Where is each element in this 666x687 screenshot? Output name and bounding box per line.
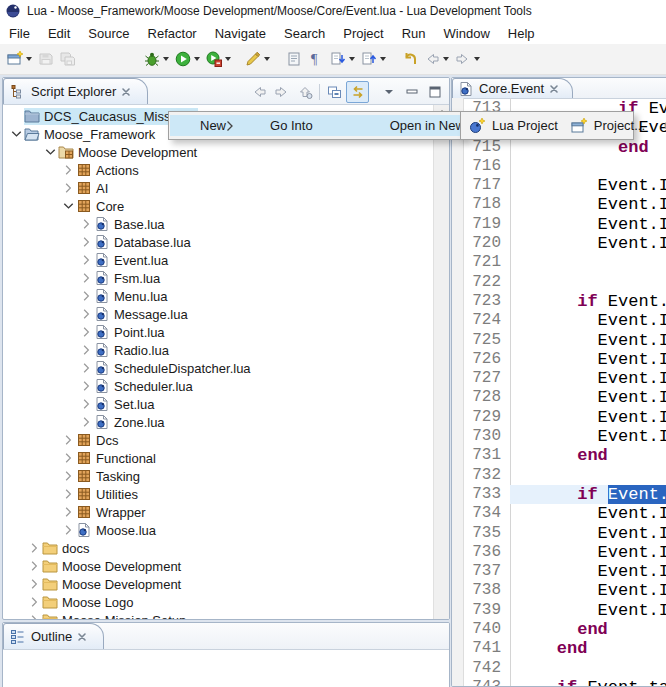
tree-expander-collapsed-icon[interactable] <box>79 396 94 412</box>
tree-item-dcs[interactable]: Dcs <box>3 431 449 449</box>
tree-expander-collapsed-icon[interactable] <box>61 162 76 178</box>
tree-item-moose-development[interactable]: Moose Development <box>3 557 449 575</box>
tree-expander-expanded-icon[interactable] <box>43 144 58 160</box>
menubar-search[interactable]: Search <box>275 24 334 43</box>
tree-item-ai[interactable]: AI <box>3 179 449 197</box>
tree-item-set-lua[interactable]: Set.lua <box>3 395 449 413</box>
line-number[interactable]: 736 <box>464 543 510 562</box>
menubar-window[interactable]: Window <box>435 24 499 43</box>
line-number[interactable]: 735 <box>464 524 510 543</box>
tree-item-event-lua[interactable]: Event.lua <box>3 251 449 269</box>
tree-expander-collapsed-icon[interactable] <box>79 216 94 232</box>
close-icon[interactable] <box>549 84 559 94</box>
tree-expander-collapsed-icon[interactable] <box>27 558 42 574</box>
dropdown-arrow-icon[interactable] <box>349 57 355 61</box>
line-number[interactable]: 721 <box>464 253 510 272</box>
line-number[interactable]: 730 <box>464 427 510 446</box>
tree-expander-collapsed-icon[interactable] <box>79 360 94 376</box>
run-button[interactable] <box>172 47 203 71</box>
last-edit-location-button[interactable] <box>399 47 421 71</box>
line-number[interactable]: 723 <box>464 292 510 311</box>
tree-expander-collapsed-icon[interactable] <box>27 594 42 610</box>
line-number[interactable]: 738 <box>464 581 510 600</box>
line-number[interactable]: 742 <box>464 659 510 678</box>
tree-expander-expanded-icon[interactable] <box>61 198 76 214</box>
dropdown-arrow-icon[interactable] <box>225 57 231 61</box>
tree-item-moose-lua[interactable]: Moose.lua <box>3 521 449 539</box>
tree-item-moose-mission-setup[interactable]: Moose Mission Setup <box>3 611 449 620</box>
highlighter-button[interactable] <box>242 47 273 71</box>
line-number[interactable]: 722 <box>464 273 510 292</box>
close-icon[interactable] <box>121 87 131 97</box>
new-wizard-button[interactable] <box>4 47 35 71</box>
tree-expander-collapsed-icon[interactable] <box>79 234 94 250</box>
tree-expander-collapsed-icon[interactable] <box>79 324 94 340</box>
line-number[interactable]: 724 <box>464 311 510 330</box>
tree-expander-collapsed-icon[interactable] <box>79 342 94 358</box>
tree-expander-collapsed-icon[interactable] <box>79 378 94 394</box>
tree-item-database-lua[interactable]: Database.lua <box>3 233 449 251</box>
nav-forward-button[interactable] <box>270 81 293 103</box>
minimize-button[interactable] <box>400 81 423 103</box>
menu-item-new[interactable]: NewGo IntoOpen in New WindowOpen WithOpe… <box>170 115 462 136</box>
menubar-source[interactable]: Source <box>79 24 138 43</box>
nav-up-button[interactable] <box>293 81 316 103</box>
tree-item-point-lua[interactable]: Point.lua <box>3 323 449 341</box>
tree-item-moose-development[interactable]: Moose Development <box>3 143 449 161</box>
tree-item-message-lua[interactable]: Message.lua <box>3 305 449 323</box>
tree-item-menu-lua[interactable]: Menu.lua <box>3 287 449 305</box>
line-number[interactable]: 741 <box>464 639 510 658</box>
menubar-project[interactable]: Project <box>334 24 392 43</box>
debug-button[interactable] <box>141 47 172 71</box>
view-menu-button[interactable] <box>377 81 400 103</box>
tree-item-moose-development[interactable]: Moose Development <box>3 575 449 593</box>
tree-item-functional[interactable]: Functional <box>3 449 449 467</box>
tree-item-scheduledispatcher-lua[interactable]: ScheduleDispatcher.lua <box>3 359 449 377</box>
run-coverage-button[interactable] <box>203 47 234 71</box>
tree-item-utilities[interactable]: Utilities <box>3 485 449 503</box>
tree-expander-collapsed-icon[interactable] <box>79 270 94 286</box>
tree-item-scheduler-lua[interactable]: Scheduler.lua <box>3 377 449 395</box>
line-number[interactable]: 729 <box>464 408 510 427</box>
tree-scrollbar[interactable] <box>433 105 449 619</box>
tree-item-tasking[interactable]: Tasking <box>3 467 449 485</box>
dropdown-arrow-icon[interactable] <box>474 57 480 61</box>
tab-core-event[interactable]: Core.Event <box>452 78 573 98</box>
line-number[interactable]: 727 <box>464 369 510 388</box>
line-number[interactable]: 733 <box>464 485 510 504</box>
tree-item-core[interactable]: Core <box>3 197 449 215</box>
menubar-file[interactable]: File <box>0 24 39 43</box>
line-number[interactable]: 715 <box>464 138 510 157</box>
line-number[interactable]: 740 <box>464 620 510 639</box>
line-number[interactable]: 718 <box>464 195 510 214</box>
line-number[interactable]: 731 <box>464 446 510 465</box>
line-number[interactable]: 734 <box>464 504 510 523</box>
tree-expander-collapsed-icon[interactable] <box>61 504 76 520</box>
tree-expander-collapsed-icon[interactable] <box>61 432 76 448</box>
tree-item-zone-lua[interactable]: Zone.lua <box>3 413 449 431</box>
dropdown-arrow-icon[interactable] <box>380 57 386 61</box>
tree-expander-collapsed-icon[interactable] <box>27 612 42 620</box>
tree-expander-collapsed-icon[interactable] <box>61 450 76 466</box>
dropdown-arrow-icon[interactable] <box>443 57 449 61</box>
nav-back-button[interactable] <box>247 81 270 103</box>
line-number[interactable]: 717 <box>464 176 510 195</box>
tree-item-actions[interactable]: Actions <box>3 161 449 179</box>
line-number[interactable]: 728 <box>464 388 510 407</box>
menubar-run[interactable]: Run <box>393 24 435 43</box>
tree-expander-collapsed-icon[interactable] <box>61 486 76 502</box>
line-number[interactable]: 739 <box>464 601 510 620</box>
menubar-help[interactable]: Help <box>499 24 544 43</box>
tree-expander-collapsed-icon[interactable] <box>61 468 76 484</box>
tree-expander-collapsed-icon[interactable] <box>79 288 94 304</box>
tab-outline[interactable]: Outline <box>3 623 104 649</box>
tree-expander-collapsed-icon[interactable] <box>61 522 76 538</box>
back-button[interactable] <box>421 47 452 71</box>
tree-expander-collapsed-icon[interactable] <box>27 576 42 592</box>
code-editor[interactable]: 713 if Event.IniDCSUnit then714 Event.In… <box>452 98 666 686</box>
tree-item-base-lua[interactable]: Base.lua <box>3 215 449 233</box>
tree-item-docs[interactable]: docs <box>3 539 449 557</box>
tree-item-moose-logo[interactable]: Moose Logo <box>3 593 449 611</box>
dropdown-arrow-icon[interactable] <box>163 57 169 61</box>
line-number[interactable]: 737 <box>464 562 510 581</box>
